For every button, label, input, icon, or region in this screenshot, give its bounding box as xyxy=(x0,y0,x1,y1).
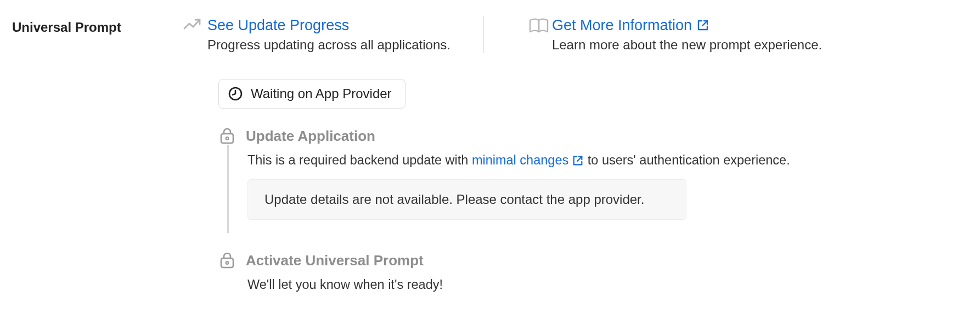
svg-point-2 xyxy=(226,138,229,140)
see-update-progress-link-text: See Update Progress xyxy=(207,16,349,34)
trend-up-icon xyxy=(183,16,207,32)
see-update-progress-link[interactable]: See Update Progress xyxy=(207,16,450,34)
get-more-info-desc: Learn more about the new prompt experien… xyxy=(552,37,822,53)
clock-icon xyxy=(228,86,243,101)
book-icon xyxy=(528,16,552,34)
step-update-desc-after: to users' authentication experience. xyxy=(584,153,790,167)
section-label: Universal Prompt xyxy=(12,16,183,35)
get-more-info-block: Get More Information Learn more about th… xyxy=(484,16,822,53)
get-more-info-link[interactable]: Get More Information xyxy=(552,16,822,34)
svg-point-4 xyxy=(226,261,229,264)
status-chip: Waiting on App Provider xyxy=(218,79,405,109)
step-update-application: Update Application This is a required ba… xyxy=(218,127,968,233)
step-update-desc: This is a required backend update with m… xyxy=(247,151,968,169)
step-activate-universal-prompt: Activate Universal Prompt We'll let you … xyxy=(218,252,968,307)
minimal-changes-link-text: minimal changes xyxy=(472,151,568,169)
lock-icon xyxy=(218,127,236,145)
external-link-icon xyxy=(572,155,584,167)
minimal-changes-link[interactable]: minimal changes xyxy=(472,151,584,169)
step-activate-desc: We'll let you know when it's ready! xyxy=(247,276,968,294)
see-update-progress-desc: Progress updating across all application… xyxy=(207,37,450,53)
step-update-desc-before: This is a required backend update with xyxy=(247,153,472,167)
step-update-title: Update Application xyxy=(246,128,375,145)
get-more-info-link-text: Get More Information xyxy=(552,16,692,34)
step-activate-title: Activate Universal Prompt xyxy=(246,252,424,269)
status-chip-label: Waiting on App Provider xyxy=(251,86,392,101)
update-info-box: Update details are not available. Please… xyxy=(247,179,686,220)
external-link-icon xyxy=(696,19,709,32)
svg-rect-1 xyxy=(221,134,233,143)
see-update-progress-block: See Update Progress Progress updating ac… xyxy=(183,16,484,53)
lock-icon xyxy=(218,252,236,269)
svg-rect-3 xyxy=(221,258,233,268)
